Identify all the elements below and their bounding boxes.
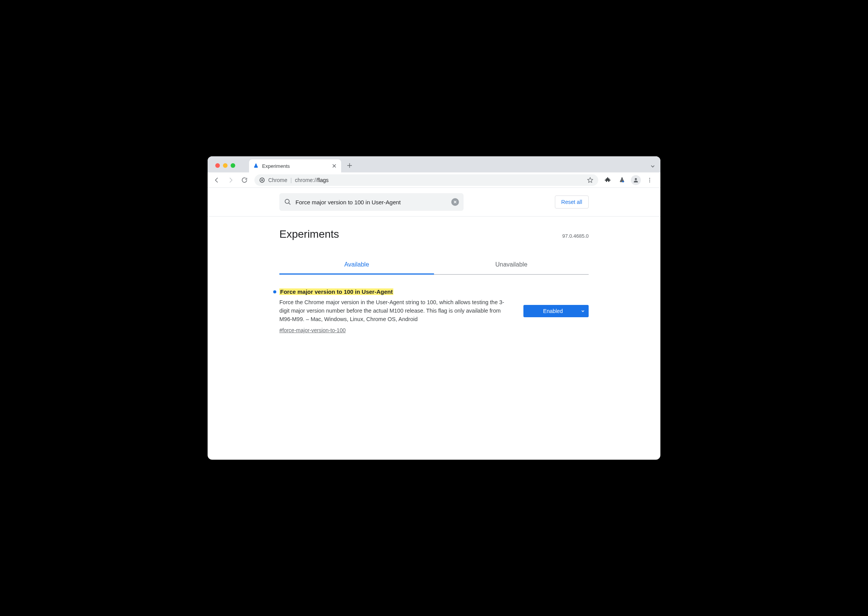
tab-bar: Experiments bbox=[208, 156, 660, 172]
forward-button[interactable] bbox=[224, 174, 237, 186]
close-tab-button[interactable] bbox=[331, 163, 337, 169]
chevron-down-icon bbox=[581, 309, 585, 313]
flag-item: Force major version to 100 in User-Agent… bbox=[279, 275, 589, 341]
browser-tab[interactable]: Experiments bbox=[249, 159, 341, 172]
svg-point-4 bbox=[635, 178, 637, 180]
minimize-window-button[interactable] bbox=[223, 163, 228, 168]
tab-title: Experiments bbox=[262, 163, 290, 169]
kebab-menu-button[interactable] bbox=[644, 174, 656, 186]
version-label: 97.0.4685.0 bbox=[562, 233, 589, 239]
tabs-dropdown-button[interactable] bbox=[650, 164, 655, 169]
back-button[interactable] bbox=[211, 174, 223, 186]
browser-window: Experiments Chrome | c bbox=[208, 156, 660, 460]
reset-all-button[interactable]: Reset all bbox=[555, 195, 589, 209]
title-row: Experiments 97.0.4685.0 bbox=[279, 228, 589, 240]
toolbar: Chrome | chrome://flags bbox=[208, 172, 660, 188]
svg-point-6 bbox=[649, 179, 650, 180]
svg-point-2 bbox=[261, 179, 263, 181]
svg-point-8 bbox=[285, 199, 289, 204]
search-icon bbox=[284, 198, 292, 206]
flag-title: Force major version to 100 in User-Agent bbox=[279, 288, 393, 295]
modified-indicator-icon bbox=[273, 290, 276, 293]
site-info-icon[interactable] bbox=[259, 177, 265, 183]
window-controls bbox=[212, 163, 238, 172]
page-content: Reset all Experiments 97.0.4685.0 Availa… bbox=[208, 188, 660, 460]
bookmark-star-icon[interactable] bbox=[587, 177, 594, 184]
svg-point-7 bbox=[649, 181, 650, 182]
flask-icon bbox=[253, 163, 259, 169]
search-row: Reset all bbox=[208, 188, 660, 217]
search-input[interactable] bbox=[295, 199, 447, 205]
reload-button[interactable] bbox=[238, 174, 251, 186]
extension-area bbox=[602, 174, 657, 186]
flag-description: Force the Chrome major version in the Us… bbox=[279, 298, 510, 323]
svg-point-3 bbox=[622, 181, 624, 182]
address-bar[interactable]: Chrome | chrome://flags bbox=[254, 174, 598, 186]
svg-point-5 bbox=[649, 178, 650, 179]
flag-anchor-link[interactable]: #force-major-version-to-100 bbox=[279, 327, 346, 333]
page-title: Experiments bbox=[279, 228, 339, 240]
new-tab-button[interactable] bbox=[344, 160, 355, 171]
tab-unavailable[interactable]: Unavailable bbox=[434, 256, 589, 274]
profile-button[interactable] bbox=[630, 174, 642, 186]
avatar-icon bbox=[631, 175, 641, 185]
flag-state-select[interactable]: Enabled bbox=[523, 305, 589, 317]
omnibox-origin: Chrome bbox=[268, 177, 287, 183]
close-window-button[interactable] bbox=[215, 163, 220, 168]
labs-icon[interactable] bbox=[616, 174, 628, 186]
flag-state-value: Enabled bbox=[543, 308, 563, 314]
flag-tabs: Available Unavailable bbox=[279, 256, 589, 275]
clear-search-button[interactable] bbox=[451, 198, 459, 206]
tab-available[interactable]: Available bbox=[279, 256, 434, 275]
search-box bbox=[279, 193, 464, 211]
maximize-window-button[interactable] bbox=[231, 163, 235, 168]
extensions-icon[interactable] bbox=[602, 174, 614, 186]
omnibox-url: chrome://flags bbox=[295, 177, 328, 183]
